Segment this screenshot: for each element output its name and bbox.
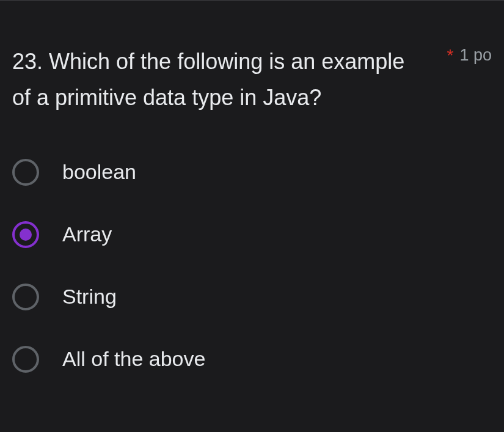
question-text: 23. Which of the following is an example… (12, 43, 415, 116)
radio-icon (12, 284, 39, 310)
question-meta: * 1 po (447, 46, 492, 65)
option-all-of-the-above[interactable]: All of the above (12, 346, 492, 373)
question-header: 23. Which of the following is an example… (12, 43, 492, 116)
points-label: 1 po (459, 46, 492, 65)
option-string[interactable]: String (12, 284, 492, 310)
option-label: All of the above (62, 347, 205, 371)
option-label: String (62, 285, 117, 309)
radio-icon (12, 346, 39, 373)
radio-icon (12, 159, 39, 186)
option-label: boolean (62, 160, 136, 184)
option-boolean[interactable]: boolean (12, 159, 492, 186)
option-array[interactable]: Array (12, 221, 492, 248)
options-list: boolean Array String All of the above (12, 159, 492, 373)
question-card: 23. Which of the following is an example… (0, 1, 504, 385)
required-asterisk: * (447, 47, 454, 64)
option-label: Array (62, 222, 112, 246)
radio-icon (12, 221, 39, 248)
